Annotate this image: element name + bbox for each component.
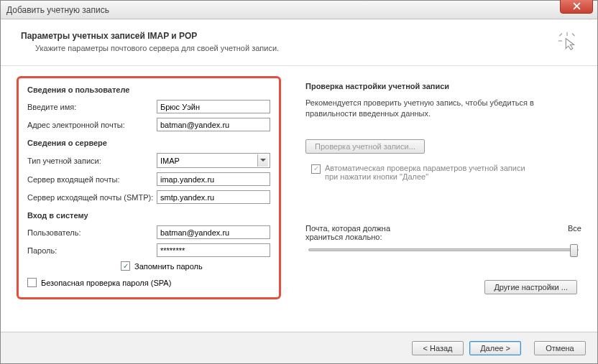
email-input[interactable] bbox=[157, 118, 270, 131]
other-settings-button[interactable]: Другие настройки ... bbox=[484, 280, 577, 294]
header: Параметры учетных записей IMAP и POP Ука… bbox=[1, 19, 597, 66]
pass-label: Пароль: bbox=[27, 246, 157, 255]
header-subtitle: Укажите параметры почтового сервера для … bbox=[21, 44, 279, 52]
auto-test-row: Автоматическая проверка параметров учетн… bbox=[305, 164, 581, 181]
slider-track[interactable] bbox=[308, 248, 579, 251]
incoming-input[interactable] bbox=[157, 172, 270, 186]
user-section-title: Сведения о пользователе bbox=[27, 85, 270, 94]
name-input[interactable] bbox=[157, 100, 270, 113]
remember-label: Запомнить пароль bbox=[134, 262, 203, 271]
next-button[interactable]: Далее > bbox=[469, 341, 521, 355]
outgoing-input[interactable] bbox=[157, 190, 270, 204]
remember-row: Запомнить пароль bbox=[27, 261, 270, 271]
header-title: Параметры учетных записей IMAP и POP bbox=[21, 31, 279, 41]
incoming-row: Сервер входящей почты: bbox=[27, 172, 270, 186]
user-row: Пользователь: bbox=[27, 225, 270, 239]
content: Сведения о пользователе Введите имя: Адр… bbox=[1, 66, 597, 307]
auto-test-label: Автоматическая проверка параметров учетн… bbox=[325, 164, 526, 181]
name-row: Введите имя: bbox=[27, 100, 270, 113]
chevron-down-icon bbox=[257, 154, 268, 167]
user-label: Пользователь: bbox=[27, 228, 157, 237]
test-account-button[interactable]: Проверка учетной записи... bbox=[305, 139, 425, 154]
outgoing-row: Сервер исходящей почты (SMTP): bbox=[27, 190, 270, 204]
slider-left-label: Почта, которая должна храниться локально… bbox=[305, 224, 428, 241]
spa-row: Безопасная проверка пароля (SPA) bbox=[27, 278, 270, 287]
login-section-title: Вход в систему bbox=[27, 211, 270, 220]
test-title: Проверка настройки учетной записи bbox=[305, 82, 581, 90]
cursor-icon bbox=[557, 31, 577, 52]
pass-input[interactable] bbox=[157, 243, 270, 257]
incoming-label: Сервер входящей почты: bbox=[27, 175, 157, 184]
email-row: Адрес электронной почты: bbox=[27, 118, 270, 131]
svg-line-2 bbox=[572, 34, 575, 37]
account-type-select[interactable]: IMAP bbox=[157, 153, 270, 168]
slider-thumb[interactable] bbox=[570, 244, 578, 257]
window-title: Добавить учетную запись bbox=[6, 5, 109, 15]
slider-labels: Почта, которая должна храниться локально… bbox=[305, 224, 581, 241]
header-text: Параметры учетных записей IMAP и POP Ука… bbox=[21, 31, 279, 52]
cancel-button[interactable]: Отмена bbox=[534, 341, 586, 355]
pass-row: Пароль: bbox=[27, 243, 270, 257]
name-label: Введите имя: bbox=[27, 103, 157, 111]
account-type-value: IMAP bbox=[160, 157, 180, 165]
auto-test-checkbox[interactable] bbox=[311, 164, 321, 174]
close-icon bbox=[573, 2, 581, 10]
test-desc: Рекомендуется проверить учетную запись, … bbox=[305, 98, 581, 119]
back-button[interactable]: < Назад bbox=[412, 341, 464, 355]
dialog-window: Добавить учетную запись Параметры учетны… bbox=[0, 0, 598, 364]
left-column: Сведения о пользователе Введите имя: Адр… bbox=[17, 76, 281, 299]
slider-right-label: Все bbox=[568, 224, 581, 241]
user-input[interactable] bbox=[157, 225, 270, 239]
spa-checkbox[interactable] bbox=[27, 278, 37, 287]
other-settings-row: Другие настройки ... bbox=[305, 280, 581, 294]
spa-label: Безопасная проверка пароля (SPA) bbox=[41, 279, 171, 287]
email-label: Адрес электронной почты: bbox=[27, 121, 157, 129]
close-button[interactable] bbox=[560, 0, 593, 14]
footer: < Назад Далее > Отмена bbox=[1, 332, 597, 363]
outgoing-label: Сервер исходящей почты (SMTP): bbox=[27, 193, 157, 202]
right-column: Проверка настройки учетной записи Рекоме… bbox=[305, 76, 581, 299]
slider-section: Почта, которая должна храниться локально… bbox=[305, 224, 581, 251]
svg-line-0 bbox=[560, 34, 563, 37]
titlebar: Добавить учетную запись bbox=[1, 1, 597, 19]
remember-checkbox[interactable] bbox=[121, 261, 130, 271]
type-row: Тип учетной записи: IMAP bbox=[27, 153, 270, 168]
server-section-title: Сведения о сервере bbox=[27, 139, 270, 147]
type-label: Тип учетной записи: bbox=[27, 157, 157, 165]
